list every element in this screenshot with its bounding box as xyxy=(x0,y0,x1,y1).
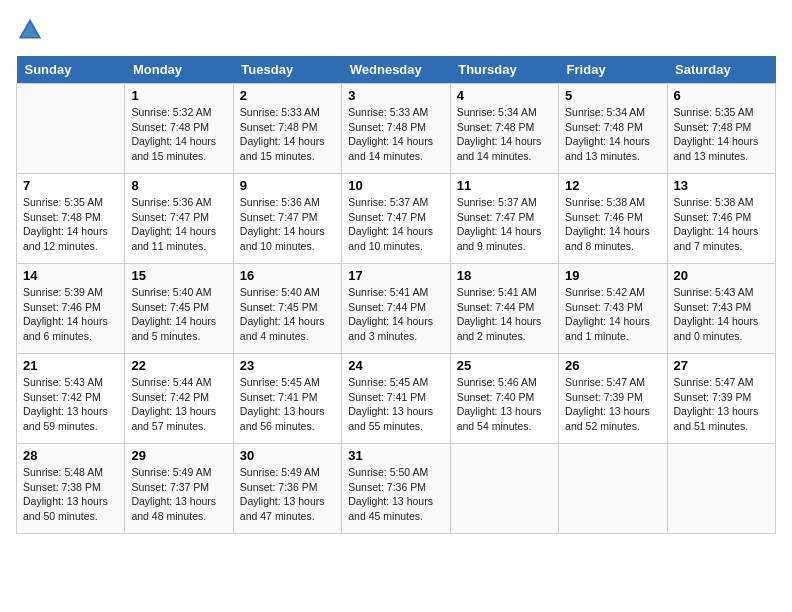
weekday-header-saturday: Saturday xyxy=(667,56,775,84)
day-number: 11 xyxy=(457,178,552,193)
day-number: 4 xyxy=(457,88,552,103)
day-info: Sunrise: 5:46 AM Sunset: 7:40 PM Dayligh… xyxy=(457,375,552,434)
day-number: 29 xyxy=(131,448,226,463)
day-number: 12 xyxy=(565,178,660,193)
weekday-header-tuesday: Tuesday xyxy=(233,56,341,84)
calendar-cell: 15Sunrise: 5:40 AM Sunset: 7:45 PM Dayli… xyxy=(125,264,233,354)
calendar-cell: 20Sunrise: 5:43 AM Sunset: 7:43 PM Dayli… xyxy=(667,264,775,354)
day-number: 5 xyxy=(565,88,660,103)
calendar-cell: 10Sunrise: 5:37 AM Sunset: 7:47 PM Dayli… xyxy=(342,174,450,264)
day-number: 30 xyxy=(240,448,335,463)
week-row-3: 14Sunrise: 5:39 AM Sunset: 7:46 PM Dayli… xyxy=(17,264,776,354)
day-number: 6 xyxy=(674,88,769,103)
day-info: Sunrise: 5:48 AM Sunset: 7:38 PM Dayligh… xyxy=(23,465,118,524)
day-info: Sunrise: 5:35 AM Sunset: 7:48 PM Dayligh… xyxy=(674,105,769,164)
day-info: Sunrise: 5:49 AM Sunset: 7:37 PM Dayligh… xyxy=(131,465,226,524)
calendar-cell: 19Sunrise: 5:42 AM Sunset: 7:43 PM Dayli… xyxy=(559,264,667,354)
calendar-cell: 4Sunrise: 5:34 AM Sunset: 7:48 PM Daylig… xyxy=(450,84,558,174)
page-header xyxy=(16,16,776,44)
day-info: Sunrise: 5:49 AM Sunset: 7:36 PM Dayligh… xyxy=(240,465,335,524)
day-info: Sunrise: 5:40 AM Sunset: 7:45 PM Dayligh… xyxy=(131,285,226,344)
day-info: Sunrise: 5:39 AM Sunset: 7:46 PM Dayligh… xyxy=(23,285,118,344)
week-row-1: 1Sunrise: 5:32 AM Sunset: 7:48 PM Daylig… xyxy=(17,84,776,174)
day-info: Sunrise: 5:50 AM Sunset: 7:36 PM Dayligh… xyxy=(348,465,443,524)
calendar-cell: 8Sunrise: 5:36 AM Sunset: 7:47 PM Daylig… xyxy=(125,174,233,264)
day-number: 7 xyxy=(23,178,118,193)
day-number: 21 xyxy=(23,358,118,373)
day-number: 26 xyxy=(565,358,660,373)
calendar-table: SundayMondayTuesdayWednesdayThursdayFrid… xyxy=(16,56,776,534)
calendar-cell: 25Sunrise: 5:46 AM Sunset: 7:40 PM Dayli… xyxy=(450,354,558,444)
logo xyxy=(16,16,48,44)
day-number: 23 xyxy=(240,358,335,373)
calendar-cell: 31Sunrise: 5:50 AM Sunset: 7:36 PM Dayli… xyxy=(342,444,450,534)
week-row-2: 7Sunrise: 5:35 AM Sunset: 7:48 PM Daylig… xyxy=(17,174,776,264)
day-number: 14 xyxy=(23,268,118,283)
day-info: Sunrise: 5:37 AM Sunset: 7:47 PM Dayligh… xyxy=(457,195,552,254)
day-info: Sunrise: 5:47 AM Sunset: 7:39 PM Dayligh… xyxy=(674,375,769,434)
day-info: Sunrise: 5:33 AM Sunset: 7:48 PM Dayligh… xyxy=(240,105,335,164)
calendar-cell: 22Sunrise: 5:44 AM Sunset: 7:42 PM Dayli… xyxy=(125,354,233,444)
weekday-header-thursday: Thursday xyxy=(450,56,558,84)
calendar-cell: 17Sunrise: 5:41 AM Sunset: 7:44 PM Dayli… xyxy=(342,264,450,354)
day-info: Sunrise: 5:32 AM Sunset: 7:48 PM Dayligh… xyxy=(131,105,226,164)
calendar-cell: 28Sunrise: 5:48 AM Sunset: 7:38 PM Dayli… xyxy=(17,444,125,534)
day-number: 2 xyxy=(240,88,335,103)
day-info: Sunrise: 5:43 AM Sunset: 7:42 PM Dayligh… xyxy=(23,375,118,434)
day-number: 10 xyxy=(348,178,443,193)
day-info: Sunrise: 5:41 AM Sunset: 7:44 PM Dayligh… xyxy=(348,285,443,344)
day-number: 3 xyxy=(348,88,443,103)
calendar-cell: 13Sunrise: 5:38 AM Sunset: 7:46 PM Dayli… xyxy=(667,174,775,264)
calendar-cell xyxy=(450,444,558,534)
day-info: Sunrise: 5:45 AM Sunset: 7:41 PM Dayligh… xyxy=(348,375,443,434)
day-number: 18 xyxy=(457,268,552,283)
calendar-cell: 27Sunrise: 5:47 AM Sunset: 7:39 PM Dayli… xyxy=(667,354,775,444)
day-info: Sunrise: 5:45 AM Sunset: 7:41 PM Dayligh… xyxy=(240,375,335,434)
day-number: 25 xyxy=(457,358,552,373)
calendar-cell: 6Sunrise: 5:35 AM Sunset: 7:48 PM Daylig… xyxy=(667,84,775,174)
day-info: Sunrise: 5:34 AM Sunset: 7:48 PM Dayligh… xyxy=(457,105,552,164)
calendar-cell: 3Sunrise: 5:33 AM Sunset: 7:48 PM Daylig… xyxy=(342,84,450,174)
day-number: 31 xyxy=(348,448,443,463)
day-number: 13 xyxy=(674,178,769,193)
day-number: 17 xyxy=(348,268,443,283)
weekday-header-sunday: Sunday xyxy=(17,56,125,84)
calendar-cell: 21Sunrise: 5:43 AM Sunset: 7:42 PM Dayli… xyxy=(17,354,125,444)
day-number: 22 xyxy=(131,358,226,373)
week-row-5: 28Sunrise: 5:48 AM Sunset: 7:38 PM Dayli… xyxy=(17,444,776,534)
calendar-cell: 1Sunrise: 5:32 AM Sunset: 7:48 PM Daylig… xyxy=(125,84,233,174)
calendar-cell: 23Sunrise: 5:45 AM Sunset: 7:41 PM Dayli… xyxy=(233,354,341,444)
day-info: Sunrise: 5:33 AM Sunset: 7:48 PM Dayligh… xyxy=(348,105,443,164)
calendar-cell: 5Sunrise: 5:34 AM Sunset: 7:48 PM Daylig… xyxy=(559,84,667,174)
day-info: Sunrise: 5:40 AM Sunset: 7:45 PM Dayligh… xyxy=(240,285,335,344)
day-info: Sunrise: 5:36 AM Sunset: 7:47 PM Dayligh… xyxy=(240,195,335,254)
calendar-cell xyxy=(667,444,775,534)
day-number: 28 xyxy=(23,448,118,463)
day-info: Sunrise: 5:47 AM Sunset: 7:39 PM Dayligh… xyxy=(565,375,660,434)
calendar-cell: 12Sunrise: 5:38 AM Sunset: 7:46 PM Dayli… xyxy=(559,174,667,264)
day-number: 15 xyxy=(131,268,226,283)
day-info: Sunrise: 5:38 AM Sunset: 7:46 PM Dayligh… xyxy=(674,195,769,254)
calendar-cell: 16Sunrise: 5:40 AM Sunset: 7:45 PM Dayli… xyxy=(233,264,341,354)
day-info: Sunrise: 5:43 AM Sunset: 7:43 PM Dayligh… xyxy=(674,285,769,344)
calendar-cell: 9Sunrise: 5:36 AM Sunset: 7:47 PM Daylig… xyxy=(233,174,341,264)
weekday-header-row: SundayMondayTuesdayWednesdayThursdayFrid… xyxy=(17,56,776,84)
day-info: Sunrise: 5:44 AM Sunset: 7:42 PM Dayligh… xyxy=(131,375,226,434)
day-number: 27 xyxy=(674,358,769,373)
weekday-header-wednesday: Wednesday xyxy=(342,56,450,84)
day-info: Sunrise: 5:36 AM Sunset: 7:47 PM Dayligh… xyxy=(131,195,226,254)
calendar-cell: 18Sunrise: 5:41 AM Sunset: 7:44 PM Dayli… xyxy=(450,264,558,354)
weekday-header-friday: Friday xyxy=(559,56,667,84)
calendar-cell: 14Sunrise: 5:39 AM Sunset: 7:46 PM Dayli… xyxy=(17,264,125,354)
calendar-cell: 11Sunrise: 5:37 AM Sunset: 7:47 PM Dayli… xyxy=(450,174,558,264)
day-number: 8 xyxy=(131,178,226,193)
calendar-cell: 24Sunrise: 5:45 AM Sunset: 7:41 PM Dayli… xyxy=(342,354,450,444)
calendar-cell xyxy=(17,84,125,174)
day-info: Sunrise: 5:35 AM Sunset: 7:48 PM Dayligh… xyxy=(23,195,118,254)
day-info: Sunrise: 5:42 AM Sunset: 7:43 PM Dayligh… xyxy=(565,285,660,344)
day-info: Sunrise: 5:37 AM Sunset: 7:47 PM Dayligh… xyxy=(348,195,443,254)
calendar-cell: 29Sunrise: 5:49 AM Sunset: 7:37 PM Dayli… xyxy=(125,444,233,534)
day-number: 9 xyxy=(240,178,335,193)
logo-icon xyxy=(16,16,44,44)
day-number: 16 xyxy=(240,268,335,283)
